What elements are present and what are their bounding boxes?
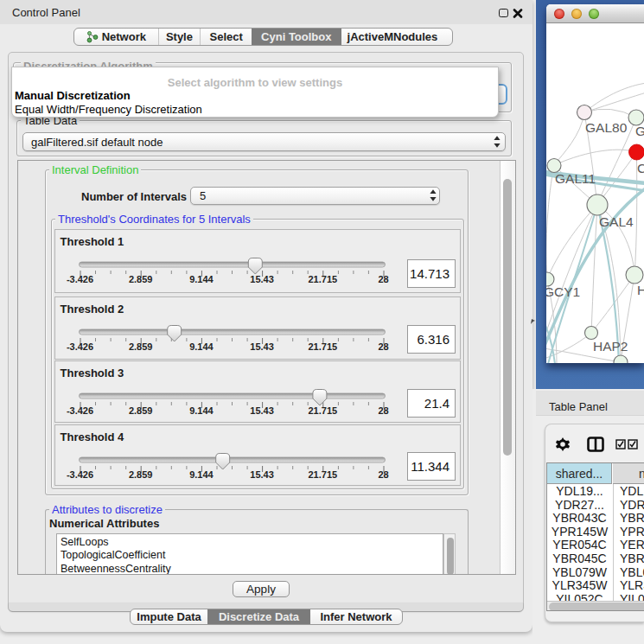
svg-text:GAL4: GAL4 <box>599 214 634 229</box>
svg-text:GCY1: GCY1 <box>546 284 580 299</box>
svg-text:C: C <box>637 161 644 175</box>
svg-text:GAL11: GAL11 <box>555 171 596 186</box>
svg-text:GA: GA <box>635 124 644 138</box>
svg-text:GAL80: GAL80 <box>585 120 628 135</box>
svg-text:H: H <box>637 283 644 297</box>
svg-text:HAP2: HAP2 <box>593 339 628 354</box>
